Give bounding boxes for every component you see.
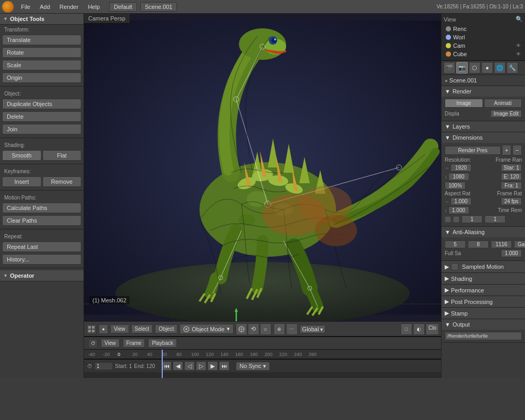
start-frame-input[interactable]: Star: 1 — [501, 164, 522, 172]
outliner-item-cam[interactable]: Cam 👁 — [444, 41, 523, 50]
view-menu[interactable]: View — [110, 324, 129, 333]
material-icon[interactable]: ● — [481, 62, 493, 74]
aa-val1[interactable]: 5 — [445, 240, 466, 248]
animation-tab[interactable]: Animati — [484, 99, 522, 108]
aa-val3[interactable]: 1116 — [491, 240, 512, 248]
checkbox-1[interactable] — [445, 216, 451, 223]
insert-button[interactable]: Insert — [2, 176, 41, 187]
height-input[interactable]: 1080 — [448, 173, 469, 181]
frame-input[interactable]: Fra: 1 — [501, 182, 522, 190]
remove-button[interactable]: Remove — [43, 176, 82, 187]
join-button[interactable]: Join — [2, 124, 81, 134]
play-btn[interactable]: ▷ — [196, 361, 206, 371]
clear-paths-button[interactable]: Clear Paths — [2, 215, 81, 226]
repeat-last-button[interactable]: Repeat Last — [2, 242, 81, 252]
sync-selector[interactable]: No Sync ▾ — [236, 362, 270, 371]
smooth-button[interactable]: Smooth — [2, 150, 41, 161]
proportional-icon[interactable]: ○ — [260, 323, 271, 335]
layers-header[interactable]: ▼ Layers — [442, 121, 525, 132]
flat-button[interactable]: Flat — [43, 150, 82, 161]
object-props-icon[interactable]: ⬡ — [469, 62, 480, 74]
percent-input[interactable]: 100% — [445, 182, 466, 190]
outliner-item-worl[interactable]: Worl — [444, 33, 523, 41]
step-input[interactable]: 1 — [485, 215, 506, 223]
prev-keyframe-btn[interactable]: ◀ — [173, 361, 183, 371]
object-menu[interactable]: Object — [155, 324, 177, 333]
render-icon[interactable]: 📷 — [456, 62, 468, 74]
mode-selector[interactable]: Object Mode ▾ — [180, 324, 233, 334]
performance-header[interactable]: ▶ Performance — [442, 285, 525, 296]
rotate-button[interactable]: Rotate — [2, 47, 81, 58]
viewport-icon[interactable] — [86, 324, 97, 334]
operator-collapse-icon[interactable]: ▼ — [3, 273, 8, 278]
delete-button[interactable]: Delete — [2, 111, 81, 122]
origin-button[interactable]: Origin — [2, 72, 81, 83]
history-button[interactable]: History... — [2, 254, 81, 265]
timeline-frame-btn[interactable]: Frame — [123, 339, 145, 348]
display-value[interactable]: Image Edit — [490, 110, 522, 118]
aspect-y-input[interactable]: 1.000 — [448, 206, 469, 214]
space-selector[interactable]: Global ▾ — [300, 325, 326, 333]
play-reverse-btn[interactable]: ◁ — [184, 361, 195, 371]
fps-selector[interactable]: 24 fps — [501, 197, 522, 205]
sampled-motion-checkbox[interactable] — [451, 263, 458, 270]
post-processing-header[interactable]: ▶ Post Processing — [442, 296, 525, 307]
image-tab[interactable]: Image — [445, 99, 483, 108]
outliner-search-icon[interactable]: 🔍 — [516, 16, 523, 23]
pivot-icon[interactable]: ⊕ — [274, 323, 285, 335]
sampled-motion-header[interactable]: ▶ Sampled Motion — [442, 261, 525, 272]
scene-icon[interactable]: 🎬 — [444, 62, 455, 74]
render-header[interactable]: ▼ Render — [442, 86, 525, 97]
shading-header[interactable]: ▶ Shading — [442, 273, 525, 284]
timeline-icon[interactable]: ⏱ — [88, 339, 98, 348]
modifier-icon[interactable]: 🔧 — [507, 62, 518, 74]
outliner-item-renc[interactable]: Renc — [444, 25, 523, 33]
view-persp-icon[interactable]: ● — [99, 324, 108, 334]
duplicate-button[interactable]: Duplicate Objects — [2, 99, 81, 109]
translate-button[interactable]: Translate — [2, 35, 81, 45]
menu-help[interactable]: Help — [83, 3, 104, 11]
add-preset-btn[interactable]: + — [502, 145, 511, 155]
render-preview-icon[interactable]: □ — [401, 323, 412, 335]
outliner-item-cube[interactable]: Cube 👁 — [444, 50, 523, 58]
dimensions-header[interactable]: ▼ Dimensions — [442, 132, 525, 143]
repeat-label: Repeat: — [0, 232, 83, 240]
scene-selector[interactable]: Scene.001 — [140, 2, 177, 12]
display-row: Displa Image Edit — [445, 110, 522, 118]
select-menu[interactable]: Select — [131, 324, 153, 333]
menu-add[interactable]: Add — [36, 3, 55, 11]
world-icon[interactable]: 🌐 — [494, 62, 506, 74]
remove-preset-btn[interactable]: − — [512, 145, 522, 155]
next-keyframe-btn[interactable]: ▶ — [207, 361, 218, 371]
output-path[interactable]: /Render/turtle/turtle — [445, 332, 522, 340]
full-sa-value[interactable]: 1.000 — [501, 249, 522, 257]
stamp-header[interactable]: ▶ Stamp — [442, 308, 525, 319]
snap-toggle-icon[interactable]: ⋯ — [286, 323, 298, 335]
panel-collapse-icon[interactable]: ▼ — [3, 16, 8, 22]
width-input[interactable]: 1920 — [450, 164, 471, 172]
timeline-view-btn[interactable]: View — [101, 339, 120, 348]
current-frame-input[interactable] — [94, 362, 113, 370]
aa-val2[interactable]: 8 — [468, 240, 489, 248]
calculate-paths-button[interactable]: Calculate Paths — [2, 203, 81, 213]
checkbox-2[interactable] — [453, 216, 459, 223]
playhead[interactable] — [162, 350, 163, 378]
aa-type[interactable]: Gaussi — [514, 240, 525, 248]
jump-end-btn[interactable]: ⏭ — [219, 361, 229, 371]
scale-button[interactable]: Scale — [2, 60, 81, 70]
menu-render[interactable]: Render — [55, 3, 82, 11]
close-btn[interactable]: Clo — [426, 323, 439, 335]
frame-num-input[interactable]: 1 — [461, 215, 482, 223]
end-frame-input[interactable]: E: 120 — [501, 173, 522, 181]
timeline-playback-btn[interactable]: Playback — [148, 339, 177, 348]
overlay-icon[interactable]: ◐ — [413, 323, 425, 335]
snap-icon[interactable] — [236, 323, 247, 335]
transform-icon[interactable]: ⟲ — [248, 323, 259, 335]
render-preset-btn[interactable]: Render Pres — [445, 146, 501, 155]
menu-file[interactable]: File — [17, 3, 35, 11]
viewport[interactable]: Camera Persp — [84, 14, 441, 321]
output-header[interactable]: ▼ Output — [442, 319, 525, 330]
jump-start-btn[interactable]: ⏮ — [161, 361, 172, 371]
aa-header[interactable]: ▼ Anti-Aliasing — [442, 227, 525, 237]
aspect-x-input[interactable]: 1.000 — [450, 197, 471, 205]
